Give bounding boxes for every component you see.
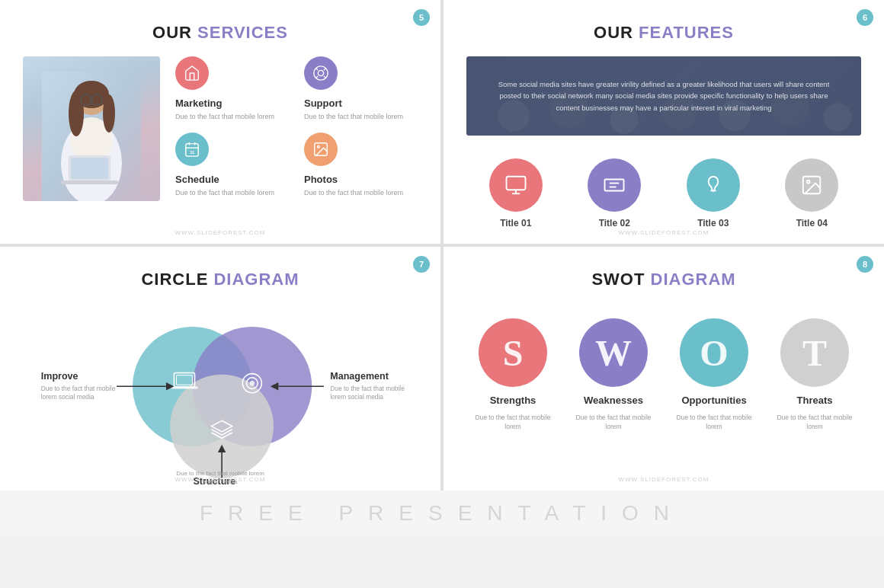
swot-t-name: Threats	[797, 395, 833, 406]
features-title-accent: FEATURES	[639, 23, 734, 42]
swot-w-desc: Due to the fact that mobile lorem	[567, 414, 660, 432]
svg-text:Improve: Improve	[41, 371, 78, 382]
services-content: Marketing Due to the fact that mobile lo…	[23, 56, 418, 201]
svg-text:lorem social media: lorem social media	[330, 393, 383, 401]
swot-w-letter: W	[595, 332, 632, 374]
feature-title04: Title 04	[785, 158, 838, 228]
svg-rect-12	[61, 181, 118, 184]
marketing-icon-circle	[175, 56, 209, 90]
swot-s-circle: S	[479, 318, 547, 387]
svg-point-42	[807, 181, 810, 184]
support-desc: Due to the fact that mobile lorem	[304, 112, 418, 122]
svg-rect-11	[71, 158, 108, 179]
schedule-icon-circle: 31	[175, 133, 209, 166]
swot-s-desc: Due to the fact that mobile lorem	[466, 414, 559, 432]
schedule-desc: Due to the fact that mobile lorem	[175, 188, 289, 198]
support-icon-circle	[304, 56, 338, 90]
svg-line-16	[324, 76, 326, 78]
photos-icon-circle	[304, 133, 338, 166]
slide-badge-4: 8	[857, 256, 873, 273]
swot-weaknesses: W Weaknesses Due to the fact that mobile…	[567, 318, 660, 432]
slide-badge-2: 6	[857, 9, 873, 26]
swot-title: SWOT DIAGRAM	[591, 270, 735, 289]
swot-o-name: Opportunities	[681, 395, 746, 406]
slides-grid: 5 OUR SERVICES	[0, 0, 884, 491]
photos-name: Photos	[304, 174, 418, 185]
slide3-watermark: WWW.SLIDEFOREST.COM	[175, 476, 266, 483]
marketing-name: Marketing	[175, 97, 289, 109]
swot-o-circle: O	[680, 318, 748, 387]
svg-text:Due to the fact that mobile: Due to the fact that mobile	[330, 385, 405, 392]
features-title: OUR FEATURES	[594, 23, 734, 43]
feature-02-title: Title 02	[599, 218, 630, 228]
circle-title: CIRCLE DIAGRAM	[141, 270, 299, 289]
feature-04-circle	[785, 158, 838, 212]
support-name: Support	[304, 97, 418, 109]
swot-o-letter: O	[700, 332, 728, 374]
services-image	[23, 56, 160, 201]
svg-text:lorem social media: lorem social media	[41, 393, 94, 401]
swot-title-accent: DIAGRAM	[651, 270, 736, 289]
slide-swot: 8 SWOT DIAGRAM S Strengths Due to the fa…	[444, 247, 884, 491]
svg-line-15	[316, 69, 319, 71]
swot-title-normal: SWOT	[591, 270, 645, 289]
features-icons-row: Title 01 Title 02	[466, 158, 861, 228]
slide-services: 5 OUR SERVICES	[0, 0, 440, 244]
service-marketing: Marketing Due to the fact that mobile lo…	[175, 56, 289, 122]
swot-t-desc: Due to the fact that mobile lorem	[768, 414, 861, 432]
slide-circle-diagram: 7 CIRCLE DIAGRAM	[0, 247, 440, 491]
marketing-desc: Due to the fact that mobile lorem	[175, 112, 289, 122]
circle-diagram-area: Improve Due to the fact that mobile lore…	[23, 311, 418, 486]
feature-02-circle	[588, 158, 641, 212]
feature-03-title: Title 03	[697, 218, 729, 228]
svg-rect-34	[506, 177, 525, 190]
features-banner: Some social media sites have greater vir…	[466, 56, 861, 136]
slide2-watermark: WWW.SLIDEFOREST.COM	[619, 229, 709, 236]
feature-title03: Title 03	[687, 158, 740, 228]
service-schedule: 31 Schedule Due to the fact that mobile …	[175, 133, 289, 198]
services-title-normal: OUR	[152, 23, 192, 42]
swot-s-letter: S	[503, 332, 524, 374]
swot-o-desc: Due to the fact that mobile lorem	[668, 414, 761, 432]
svg-rect-48	[171, 386, 198, 388]
circle-title-normal: CIRCLE	[141, 270, 208, 289]
svg-point-6	[103, 94, 115, 133]
feature-01-title: Title 01	[500, 218, 531, 228]
slide-badge-3: 7	[413, 256, 430, 273]
svg-rect-37	[605, 180, 624, 191]
feature-03-circle	[687, 158, 740, 212]
swot-s-name: Strengths	[490, 395, 536, 406]
slide-features: 6 OUR FEATURES Some social media sites h…	[444, 0, 884, 244]
swot-t-circle: T	[780, 318, 849, 387]
feature-01-circle	[489, 158, 543, 212]
slide4-watermark: WWW.SLIDEFOREST.COM	[619, 476, 709, 483]
services-title-accent: SERVICES	[197, 23, 288, 42]
svg-text:Management: Management	[330, 371, 389, 382]
footer-banner: FREE PRESENTATION	[0, 491, 884, 536]
swot-w-name: Weaknesses	[584, 395, 643, 406]
schedule-name: Schedule	[175, 174, 289, 185]
services-title: OUR SERVICES	[152, 23, 288, 43]
feature-title01: Title 01	[489, 158, 543, 228]
features-title-normal: OUR	[594, 23, 633, 42]
svg-line-17	[324, 69, 326, 71]
venn-svg: Improve Due to the fact that mobile lore…	[23, 311, 418, 486]
swot-t-letter: T	[802, 332, 827, 374]
slide-badge-1: 5	[413, 9, 430, 26]
svg-point-14	[318, 70, 323, 75]
services-grid: Marketing Due to the fact that mobile lo…	[175, 56, 418, 197]
swot-opportunities: O Opportunities Due to the fact that mob…	[668, 318, 761, 432]
svg-text:Due to the fact that mobile: Due to the fact that mobile	[41, 385, 116, 392]
svg-point-51	[250, 381, 255, 385]
svg-line-18	[316, 76, 319, 78]
swot-icons-row: S Strengths Due to the fact that mobile …	[466, 318, 861, 432]
swot-strengths: S Strengths Due to the fact that mobile …	[466, 318, 559, 432]
feature-04-title: Title 04	[796, 218, 828, 228]
circle-title-accent: DIAGRAM	[213, 270, 299, 289]
feature-title02: Title 02	[588, 158, 641, 228]
footer-text: FREE PRESENTATION	[200, 501, 684, 526]
person-image	[23, 56, 160, 201]
service-photos: Photos Due to the fact that mobile lorem	[304, 133, 418, 198]
swot-threats: T Threats Due to the fact that mobile lo…	[768, 318, 861, 432]
swot-w-circle: W	[579, 318, 648, 387]
